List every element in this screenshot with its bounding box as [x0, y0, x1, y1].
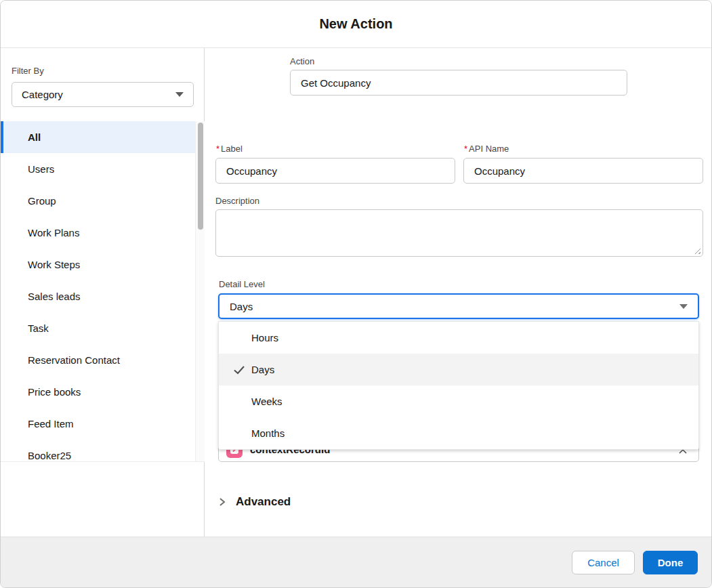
- detail-level-field-label: Detail Level: [219, 279, 265, 289]
- chevron-down-icon: [175, 92, 184, 97]
- dropdown-option-months[interactable]: Months: [219, 417, 698, 449]
- detail-level-value: Days: [230, 301, 679, 312]
- dropdown-option-days[interactable]: Days: [219, 354, 698, 385]
- action-input[interactable]: [290, 70, 627, 96]
- category-item-group[interactable]: Group: [1, 185, 195, 217]
- option-label: Weeks: [251, 396, 282, 407]
- dropdown-option-hours[interactable]: Hours: [219, 322, 698, 354]
- scrollbar-thumb[interactable]: [198, 123, 203, 230]
- category-item-users[interactable]: Users: [1, 153, 195, 185]
- label-field-label: *Label: [216, 144, 243, 154]
- category-item-work-plans[interactable]: Work Plans: [1, 217, 195, 249]
- description-textarea[interactable]: [215, 209, 703, 257]
- category-item-sales-leads[interactable]: Sales leads: [1, 280, 195, 312]
- api-name-field-label-text: API Name: [469, 144, 509, 154]
- done-button[interactable]: Done: [643, 551, 698, 574]
- dropdown-option-weeks[interactable]: Weeks: [219, 385, 698, 417]
- category-list: All Users Group Work Plans Work Steps Sa…: [1, 121, 195, 461]
- label-input[interactable]: [215, 158, 455, 184]
- api-name-input[interactable]: [463, 158, 703, 184]
- category-item-all[interactable]: All: [1, 121, 195, 153]
- modal-footer: Cancel Done: [1, 537, 711, 587]
- detail-level-combobox[interactable]: Days: [218, 293, 699, 319]
- checkmark-icon: [232, 363, 246, 379]
- category-item-feed-item[interactable]: Feed Item: [1, 408, 195, 440]
- required-asterisk: *: [464, 144, 467, 154]
- option-label: Hours: [251, 332, 278, 343]
- category-dropdown-value: Category: [22, 89, 175, 100]
- new-action-modal: New Action Filter By Category All Users …: [0, 0, 712, 588]
- option-label: Days: [251, 364, 274, 375]
- detail-level-dropdown-menu: Hours Days Weeks Months: [218, 321, 699, 450]
- api-name-field-label: *API Name: [464, 144, 509, 154]
- chevron-right-icon: [217, 497, 226, 507]
- modal-body: Filter By Category All Users Group Work …: [1, 48, 712, 538]
- label-field-label-text: Label: [221, 144, 243, 154]
- required-asterisk: *: [216, 144, 219, 154]
- category-item-work-steps[interactable]: Work Steps: [1, 249, 195, 280]
- description-field-label: Description: [215, 196, 259, 206]
- sidebar-scrollbar[interactable]: [195, 121, 205, 461]
- cancel-button[interactable]: Cancel: [572, 551, 635, 574]
- list-divider: [1, 461, 205, 462]
- category-item-price-books[interactable]: Price books: [1, 376, 195, 408]
- category-item-booker25[interactable]: Booker25: [1, 440, 195, 461]
- category-item-reservation-contact[interactable]: Reservation Contact: [1, 344, 195, 376]
- advanced-section-toggle[interactable]: Advanced: [215, 492, 291, 511]
- category-item-task[interactable]: Task: [1, 312, 195, 344]
- option-label: Months: [251, 427, 285, 439]
- advanced-section-label: Advanced: [236, 495, 291, 509]
- modal-header: New Action: [1, 1, 711, 48]
- filter-by-label: Filter By: [12, 66, 44, 76]
- category-sidebar: Filter By Category All Users Group Work …: [1, 48, 205, 538]
- action-field-label: Action: [290, 56, 314, 66]
- chevron-down-icon: [679, 304, 688, 309]
- category-dropdown[interactable]: Category: [12, 82, 194, 107]
- modal-title: New Action: [319, 16, 392, 32]
- action-form: Action *Label *API Name Description Deta…: [205, 48, 712, 538]
